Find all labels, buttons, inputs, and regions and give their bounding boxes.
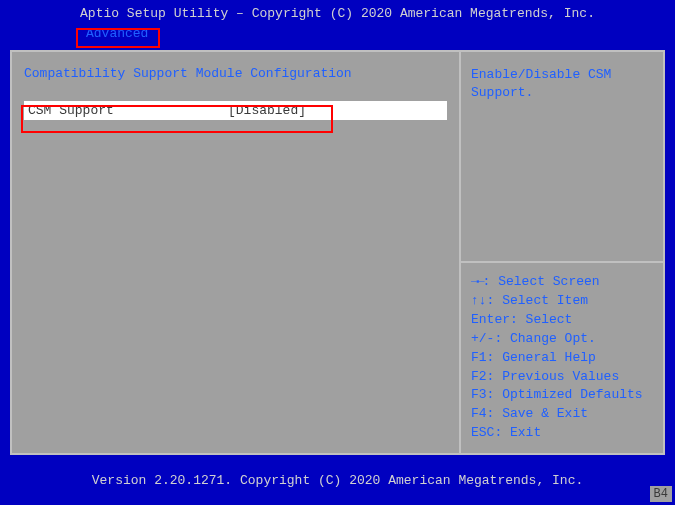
arrows-ud-icon: ↑↓ xyxy=(471,293,487,308)
header-title: Aptio Setup Utility – Copyright (C) 2020… xyxy=(80,6,595,21)
section-title: Compatibility Support Module Configurati… xyxy=(24,66,447,81)
help-keys: →←: Select Screen ↑↓: Select Item Enter:… xyxy=(461,263,663,453)
help-select-item: : Select Item xyxy=(487,293,588,308)
help-f4: F4: Save & Exit xyxy=(471,405,653,424)
help-f2: F2: Previous Values xyxy=(471,368,653,387)
setting-label: CSM Support xyxy=(28,103,228,118)
setting-csm-support[interactable]: CSM Support [Disabled] xyxy=(24,101,447,120)
setting-value: [Disabled] xyxy=(228,103,306,118)
tab-advanced[interactable]: Advanced xyxy=(80,25,154,42)
left-panel: Compatibility Support Module Configurati… xyxy=(12,52,459,453)
help-select-screen: : Select Screen xyxy=(483,274,600,289)
tab-row: Advanced xyxy=(0,25,675,44)
help-description: Enable/Disable CSM Support. xyxy=(461,52,663,116)
help-f3: F3: Optimized Defaults xyxy=(471,386,653,405)
footer-text: Version 2.20.1271. Copyright (C) 2020 Am… xyxy=(92,473,583,488)
main-frame: Compatibility Support Module Configurati… xyxy=(10,50,665,455)
help-f1: F1: General Help xyxy=(471,349,653,368)
corner-badge: B4 xyxy=(650,486,672,502)
help-enter: Enter: Select xyxy=(471,311,653,330)
help-esc: ESC: Exit xyxy=(471,424,653,443)
right-panel: Enable/Disable CSM Support. →←: Select S… xyxy=(459,52,663,453)
help-change-opt: +/-: Change Opt. xyxy=(471,330,653,349)
bios-footer: Version 2.20.1271. Copyright (C) 2020 Am… xyxy=(0,465,675,505)
arrows-lr-icon: →← xyxy=(471,274,483,289)
bios-header: Aptio Setup Utility – Copyright (C) 2020… xyxy=(0,0,675,25)
